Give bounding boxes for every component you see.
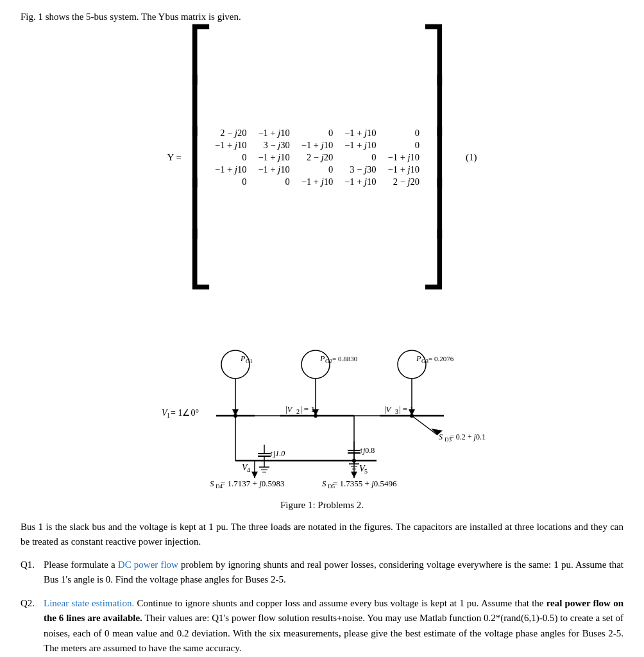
matrix-cell: 0 — [301, 164, 333, 175]
sd3-label: S — [439, 432, 443, 441]
matrix-bracket-left: ⎡⎢⎢⎢⎣ — [188, 29, 214, 286]
sd4-val: = 1.7137 + j0.5983 — [221, 479, 285, 488]
matrix-cell: 3 − j30 — [344, 164, 376, 175]
body-text: Bus 1 is the slack bus and the voltage i… — [21, 520, 623, 550]
shunt1-label: ↑j1.0 — [269, 449, 285, 458]
sd4-label: S — [210, 479, 214, 488]
matrix-cell: −1 + j10 — [215, 164, 246, 175]
pg3-sub: G3 — [421, 358, 428, 364]
q1-label: Q1. — [21, 558, 44, 588]
circuit-diagram: V 1 = 1∠0° P G1 P G2 = 0.8830 P — [21, 297, 623, 496]
sd3-val: = 0.2 + j0.1 — [450, 432, 486, 441]
pg1-sub: G1 — [246, 358, 253, 364]
matrix-cell: 2 − j20 — [301, 152, 333, 163]
v2-label: |V — [285, 404, 294, 414]
circuit-svg: V 1 = 1∠0° P G1 P G2 = 0.8830 P — [123, 297, 521, 496]
q1-block: Q1. Please formulate a DC power flow pro… — [21, 558, 623, 588]
v2-eq: | = 1 — [300, 404, 315, 414]
sd5-label: S — [322, 479, 326, 488]
v3-sub: 3 — [395, 408, 398, 415]
matrix-eq-num: (1) — [466, 152, 477, 163]
matrix-cell: −1 + j10 — [258, 152, 289, 163]
matrix-lhs: Y = — [167, 152, 182, 163]
matrix-cell: −1 + j10 — [344, 140, 376, 151]
matrix-cell: 0 — [301, 128, 333, 139]
svg-point-12 — [398, 350, 426, 379]
svg-point-9 — [301, 350, 330, 379]
v1-eq: = 1∠0° — [171, 408, 199, 418]
svg-line-15 — [412, 416, 437, 435]
q2-block: Q2. Linear state estimation. Continue to… — [21, 596, 623, 656]
v2-sub: 2 — [296, 408, 300, 415]
pg3-val: = 0.2076 — [428, 355, 454, 363]
svg-marker-8 — [232, 409, 239, 416]
pg2-label: P — [319, 354, 325, 363]
matrix-cell: 0 — [215, 176, 246, 187]
matrix-cell: 0 — [215, 152, 246, 163]
svg-marker-42 — [351, 472, 357, 478]
sd5-val: = 1.7355 + j0.5496 — [333, 479, 397, 488]
matrix-cell: −1 + j10 — [215, 140, 246, 151]
svg-point-6 — [221, 350, 250, 379]
pg3-label: P — [416, 354, 421, 363]
q1-text: Please formulate a DC power flow problem… — [44, 558, 623, 588]
matrix-cell: −1 + j10 — [388, 164, 419, 175]
matrix-cell: 2 − j20 — [388, 176, 419, 187]
v3-eq: | = 1 — [399, 404, 414, 414]
matrix-cell: 3 − j30 — [258, 140, 289, 151]
v3-label: |V — [384, 404, 393, 414]
matrix-cell: 0 — [258, 176, 289, 187]
v4-sub: 4 — [247, 466, 250, 474]
intro-text: Fig. 1 shows the 5-bus system. The Ybus … — [21, 12, 623, 22]
figure-caption: Figure 1: Problems 2. — [21, 500, 623, 511]
pg2-val: = 0.8830 — [332, 355, 358, 363]
matrix-cell: −1 + j10 — [344, 176, 376, 187]
shunt2-label: ↑j0.8 — [359, 446, 375, 455]
q1-blue: DC power flow — [118, 559, 178, 570]
matrix-grid: 2 − j20 −1 + j10 0 −1 + j10 0 −1 + j10 3… — [215, 125, 419, 190]
q2-text: Linear state estimation. Continue to ign… — [44, 596, 623, 656]
q2-blue: Linear state estimation. — [44, 598, 134, 608]
pg1-label: P — [240, 354, 246, 363]
v1-sub: 1 — [167, 412, 170, 419]
matrix-cell: −1 + j10 — [258, 164, 289, 175]
matrix-cell: −1 + j10 — [388, 152, 419, 163]
matrix-cell: −1 + j10 — [258, 128, 289, 139]
matrix-cell: 0 — [388, 128, 419, 139]
matrix-cell: −1 + j10 — [301, 140, 333, 151]
matrix-cell: 0 — [388, 140, 419, 151]
matrix-cell: −1 + j10 — [301, 176, 333, 187]
q2-label: Q2. — [21, 596, 44, 656]
matrix-cell: −1 + j10 — [344, 128, 376, 139]
svg-marker-40 — [251, 472, 258, 478]
matrix-cell: 0 — [344, 152, 376, 163]
matrix-bracket-right: ⎤⎥⎥⎥⎦ — [421, 29, 446, 286]
matrix-section: Y = ⎡⎢⎢⎢⎣ 2 − j20 −1 + j10 0 −1 + j10 0 … — [21, 29, 623, 286]
pg2-sub: G2 — [325, 358, 332, 364]
v5-sub: 5 — [364, 468, 368, 475]
matrix-cell: 2 − j20 — [215, 128, 246, 139]
